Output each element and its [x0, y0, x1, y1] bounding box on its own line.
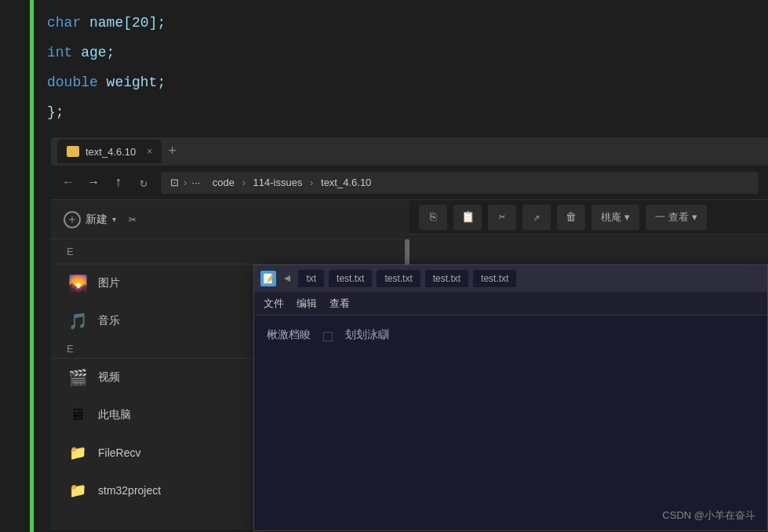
notepad-tab-2[interactable]: test.txt	[377, 270, 420, 287]
browser-tab-bar: text_4.6.10 × +	[51, 137, 768, 166]
code-age: age;	[72, 38, 115, 67]
notepad-tab-1-label: test.txt	[337, 273, 364, 284]
toolbar-cut-btn[interactable]: ✂	[488, 205, 516, 230]
new-button-row: + 新建 ▾ ✂	[51, 200, 409, 239]
toolbar-view-btn[interactable]: 一 查看 ▾	[646, 205, 707, 230]
notepad-title-bar: 📝 ◄ txt test.txt test.txt test.txt test.…	[254, 265, 767, 292]
address-more: ···	[191, 177, 200, 188]
view-chevron: ▾	[692, 211, 697, 223]
notepad-back-btn[interactable]: ◄	[281, 272, 293, 285]
code-line-3: double weight;	[47, 67, 768, 97]
breadcrumb-code[interactable]: code	[213, 177, 235, 188]
music-icon: 🎵	[67, 310, 89, 332]
address-sep1: ›	[184, 177, 187, 188]
code-line-2: int age;	[47, 38, 768, 67]
notepad-menu-view[interactable]: 查看	[329, 297, 350, 311]
code-line-4: };	[47, 97, 768, 127]
notepad-tab-1[interactable]: test.txt	[329, 270, 372, 287]
nav-up-btn[interactable]: ↑	[111, 176, 126, 190]
code-line-1: char name[20];	[47, 8, 768, 38]
view-label: 一 查看	[655, 210, 689, 224]
browser-address-bar: ← → ↑ ↻ ⊡ › ··· code › 114-issues › text…	[51, 166, 768, 200]
watermark-text: CSDN @小羊在奋斗	[662, 509, 755, 521]
code-editor: char name[20]; int age; double weight; }…	[0, 0, 768, 133]
pictures-icon: 🌄	[67, 272, 89, 294]
notepad-divider: □	[323, 328, 333, 346]
browser-tab-active[interactable]: text_4.6.10 ×	[57, 140, 162, 163]
notepad-tab-3[interactable]: test.txt	[425, 270, 468, 287]
rename-chevron: ▾	[624, 211, 630, 223]
browser-content-toolbar: ⎘ 📋 ✂ ⇗ 🗑 桃庵 ▾ 一 查看 ▾	[409, 200, 768, 235]
notepad-content: 楸激档睃 □ 刬刬泳瞓	[254, 315, 767, 530]
tab-close-btn[interactable]: ×	[147, 146, 152, 157]
notepad-tab-3-label: test.txt	[433, 273, 460, 284]
keyword-char: char	[47, 8, 81, 38]
nav-forward-btn[interactable]: →	[86, 176, 101, 190]
new-tab-btn[interactable]: +	[168, 144, 177, 159]
notepad-tab-2-label: test.txt	[384, 273, 412, 284]
notepad-text-2: 刬刬泳瞓	[345, 328, 389, 342]
new-btn-circle-icon: +	[64, 211, 81, 228]
notepad-menu-edit[interactable]: 编辑	[297, 297, 317, 311]
nav-back-btn[interactable]: ←	[60, 176, 76, 190]
toolbar-copy-btn[interactable]: ⎘	[419, 205, 447, 230]
csdn-watermark: CSDN @小羊在奋斗	[662, 508, 755, 523]
notepad-text-1: 楸激档睃	[267, 328, 311, 342]
code-closing: };	[47, 97, 64, 127]
notepad-tab-txt-label: txt	[306, 273, 316, 284]
notepad-tab-4-label: test.txt	[481, 273, 508, 284]
address-box[interactable]: ⊡ › ··· code › 114-issues › text_4.6.10	[161, 172, 759, 194]
sidebar-e-label: E	[51, 239, 409, 264]
folder-icon	[67, 146, 79, 157]
nav-refresh-btn[interactable]: ↻	[136, 175, 151, 191]
video-icon: 🎬	[67, 366, 89, 388]
toolbar-delete-btn[interactable]: 🗑	[557, 205, 585, 230]
notepad-tab-4[interactable]: test.txt	[473, 270, 516, 287]
toolbar-rename-btn[interactable]: 桃庵 ▾	[591, 205, 639, 230]
keyword-int: int	[47, 38, 72, 67]
new-button[interactable]: + 新建 ▾	[64, 211, 116, 228]
new-btn-label: 新建	[86, 213, 107, 227]
keyword-double: double	[47, 67, 98, 97]
notepad-window: 📝 ◄ txt test.txt test.txt test.txt test.…	[253, 264, 768, 531]
rename-label: 桃庵	[601, 210, 621, 224]
notepad-menu-bar: 文件 编辑 查看	[254, 292, 767, 315]
address-sep2	[205, 177, 208, 188]
stm32project-icon: 📁	[67, 479, 89, 501]
address-view-icon: ⊡	[170, 177, 179, 188]
notepad-tab-txt[interactable]: txt	[298, 270, 324, 287]
filerecv-icon: 📁	[67, 442, 89, 464]
code-weight: weight;	[98, 67, 166, 97]
notepad-app-icon: 📝	[260, 271, 276, 286]
toolbar-paste-btn[interactable]: 📋	[453, 205, 482, 230]
breadcrumb-sep1: ›	[239, 177, 249, 188]
notepad-menu-file[interactable]: 文件	[264, 297, 284, 311]
breadcrumb-issues[interactable]: 114-issues	[253, 177, 303, 188]
new-btn-chevron: ▾	[112, 215, 116, 224]
toolbar-share-btn[interactable]: ⇗	[522, 205, 551, 230]
tab-label: text_4.6.10	[86, 146, 136, 158]
breadcrumb-folder[interactable]: text_4.6.10	[321, 177, 371, 188]
scissors-icon: ✂	[129, 212, 136, 228]
breadcrumb-sep2: ›	[307, 177, 316, 188]
mycomputer-icon: 🖥	[67, 404, 89, 426]
code-name: name[20];	[81, 8, 166, 38]
left-accent-bar	[30, 0, 34, 532]
